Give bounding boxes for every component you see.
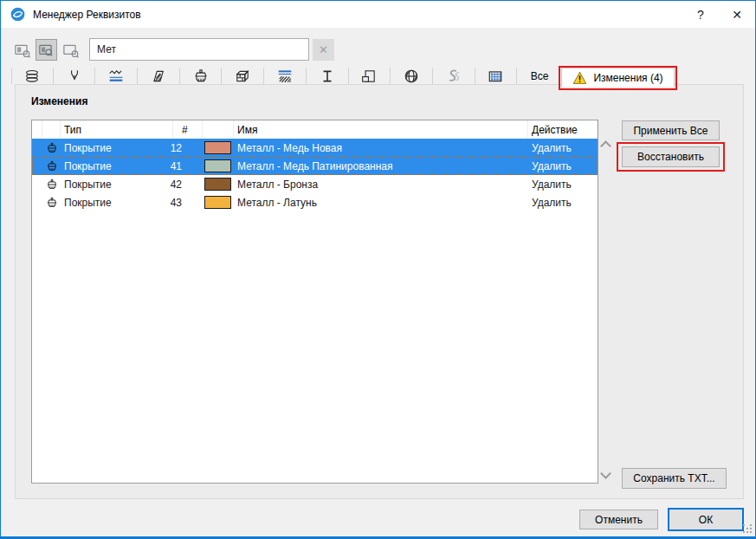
- header-action: Действие: [528, 120, 598, 139]
- clear-search-icon[interactable]: ✕: [313, 39, 334, 61]
- row-type: Покрытие: [61, 193, 173, 211]
- header-number: #: [173, 120, 203, 139]
- save-txt-button[interactable]: Сохранить TXT...: [622, 468, 727, 489]
- ok-button[interactable]: ОК: [668, 508, 744, 531]
- color-swatch: [204, 141, 231, 154]
- apply-all-button[interactable]: Применить Все: [622, 120, 720, 140]
- tab-composites[interactable]: [222, 68, 264, 84]
- header-color: [203, 120, 234, 139]
- tab-profiles[interactable]: [307, 68, 349, 84]
- cancel-button[interactable]: Отменить: [579, 510, 658, 529]
- row-action: Удалить: [528, 175, 598, 193]
- table-row[interactable]: Покрытие 41 Металл - Медь Патинированная…: [32, 157, 598, 175]
- tab-pens[interactable]: [54, 68, 96, 84]
- tab-surfaces[interactable]: [180, 68, 223, 84]
- row-action: Удалить: [528, 157, 598, 175]
- attribute-manager-dialog: Менеджер Реквизитов ? ✕ ✕: [0, 0, 756, 539]
- tab-building-materials[interactable]: [264, 68, 307, 84]
- search-index-icon[interactable]: [11, 39, 33, 61]
- header-indicator: [32, 120, 42, 139]
- row-number: 43: [173, 193, 203, 211]
- resize-grip[interactable]: [743, 524, 745, 526]
- color-swatch: [204, 159, 231, 172]
- row-type: Покрытие: [61, 139, 173, 157]
- row-name: Металл - Латунь: [234, 193, 528, 211]
- titlebar: Менеджер Реквизитов ? ✕: [1, 1, 755, 28]
- archicad-logo-icon: [10, 7, 25, 22]
- restore-button[interactable]: Восстановить: [622, 146, 720, 167]
- tab-layers[interactable]: [11, 68, 54, 84]
- attribute-type-tabs: [11, 68, 517, 85]
- tab-line-types[interactable]: [95, 68, 138, 84]
- search-name-icon[interactable]: [60, 39, 81, 61]
- row-number: 41: [173, 157, 203, 175]
- tab-all[interactable]: Все: [517, 68, 562, 84]
- surface-brush-icon: [42, 175, 61, 193]
- header-name: Имя: [234, 120, 528, 139]
- surface-brush-icon: [42, 139, 61, 157]
- surface-brush-icon: [42, 193, 61, 211]
- help-button[interactable]: ?: [682, 1, 719, 28]
- header-type: Тип: [61, 120, 173, 139]
- changes-panel: Изменения Тип # Имя Действие Покрытие 12: [15, 84, 744, 499]
- search-input[interactable]: [89, 38, 309, 61]
- window-title: Менеджер Реквизитов: [33, 9, 682, 21]
- chevron-down-icon[interactable]: [600, 468, 611, 479]
- row-name: Металл - Медь Патинированная: [234, 157, 528, 175]
- tab-mep-systems[interactable]: [475, 68, 518, 84]
- chevron-up-icon[interactable]: [600, 140, 611, 152]
- tab-changes-label: Изменения (4): [593, 72, 662, 84]
- row-type: Покрытие: [61, 157, 173, 175]
- table-row[interactable]: Покрытие 12 Металл - Медь Новая Удалить: [32, 139, 598, 157]
- search-toolbar: ✕: [1, 28, 755, 67]
- tab-cities[interactable]: [391, 68, 433, 84]
- table-header-row: Тип # Имя Действие: [32, 120, 598, 139]
- row-name: Металл - Медь Новая: [234, 139, 528, 157]
- color-swatch: [204, 196, 231, 209]
- tab-zone-categories[interactable]: [349, 68, 391, 84]
- table-row[interactable]: Покрытие 42 Металл - Бронза Удалить: [32, 175, 598, 193]
- close-button[interactable]: ✕: [719, 1, 755, 28]
- row-action: Удалить: [528, 193, 598, 211]
- changes-table: Тип # Имя Действие Покрытие 12 Металл - …: [31, 120, 598, 484]
- table-row[interactable]: Покрытие 43 Металл - Латунь Удалить: [32, 193, 598, 211]
- row-number: 12: [173, 139, 203, 157]
- warning-icon: [572, 71, 587, 85]
- tab-fill-types[interactable]: [138, 68, 180, 84]
- tab-changes[interactable]: Изменения (4): [561, 68, 675, 87]
- row-name: Металл - Бронза: [234, 175, 528, 193]
- color-swatch: [204, 178, 231, 191]
- row-action: Удалить: [528, 139, 598, 157]
- tab-operation-profiles[interactable]: [433, 68, 475, 84]
- search-index-and-name-icon[interactable]: [36, 39, 57, 61]
- surface-brush-icon: [42, 157, 61, 175]
- header-icon: [42, 120, 61, 139]
- row-number: 42: [173, 175, 203, 193]
- row-type: Покрытие: [61, 175, 173, 193]
- section-title: Изменения: [31, 95, 87, 107]
